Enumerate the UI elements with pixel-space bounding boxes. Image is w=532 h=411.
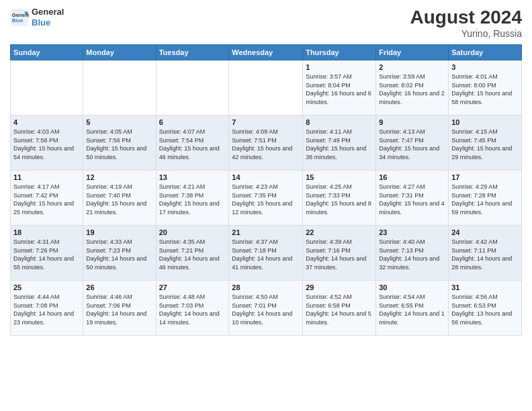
calendar-week-0: 1Sunrise: 3:57 AM Sunset: 8:04 PM Daylig… <box>11 60 522 116</box>
day-number: 30 <box>379 283 445 291</box>
calendar-header: Sunday Monday Tuesday Wednesday Thursday… <box>11 45 522 60</box>
calendar-cell-w4d2: 27Sunrise: 4:48 AM Sunset: 7:03 PM Dayli… <box>156 281 229 336</box>
day-number: 15 <box>306 173 373 181</box>
day-number: 28 <box>232 283 300 291</box>
day-number: 5 <box>86 118 152 126</box>
logo-line1: General <box>32 7 64 17</box>
day-number: 18 <box>13 228 80 236</box>
logo-line2: Blue <box>32 17 64 28</box>
day-info: Sunrise: 4:50 AM Sunset: 7:01 PM Dayligh… <box>232 293 300 326</box>
day-number: 12 <box>86 173 152 181</box>
day-info: Sunrise: 4:46 AM Sunset: 7:06 PM Dayligh… <box>86 293 152 326</box>
calendar-cell-w1d6: 10Sunrise: 4:15 AM Sunset: 7:45 PM Dayli… <box>449 116 522 171</box>
calendar-cell-w2d4: 15Sunrise: 4:25 AM Sunset: 7:33 PM Dayli… <box>303 171 376 226</box>
day-info: Sunrise: 4:39 AM Sunset: 7:16 PM Dayligh… <box>306 238 373 271</box>
day-info: Sunrise: 4:15 AM Sunset: 7:45 PM Dayligh… <box>451 128 519 161</box>
calendar-cell-w0d5: 2Sunrise: 3:59 AM Sunset: 8:02 PM Daylig… <box>376 60 449 116</box>
calendar-week-3: 18Sunrise: 4:31 AM Sunset: 7:26 PM Dayli… <box>11 226 522 281</box>
col-sunday: Sunday <box>11 45 83 60</box>
calendar-cell-w4d3: 28Sunrise: 4:50 AM Sunset: 7:01 PM Dayli… <box>229 281 303 336</box>
calendar-cell-w3d4: 22Sunrise: 4:39 AM Sunset: 7:16 PM Dayli… <box>303 226 376 281</box>
day-info: Sunrise: 4:48 AM Sunset: 7:03 PM Dayligh… <box>159 293 226 326</box>
calendar-cell-w0d4: 1Sunrise: 3:57 AM Sunset: 8:04 PM Daylig… <box>303 60 376 116</box>
day-number: 26 <box>86 283 152 291</box>
calendar-cell-w0d2 <box>156 60 229 116</box>
day-info: Sunrise: 4:25 AM Sunset: 7:33 PM Dayligh… <box>306 183 373 216</box>
calendar-cell-w0d6: 3Sunrise: 4:01 AM Sunset: 8:00 PM Daylig… <box>449 60 522 116</box>
day-info: Sunrise: 4:21 AM Sunset: 7:38 PM Dayligh… <box>159 183 226 216</box>
day-info: Sunrise: 4:27 AM Sunset: 7:31 PM Dayligh… <box>379 183 445 216</box>
day-info: Sunrise: 3:57 AM Sunset: 8:04 PM Dayligh… <box>306 73 373 106</box>
calendar-cell-w2d3: 14Sunrise: 4:23 AM Sunset: 7:35 PM Dayli… <box>229 171 303 226</box>
calendar-cell-w0d3 <box>229 60 303 116</box>
calendar-table: Sunday Monday Tuesday Wednesday Thursday… <box>10 44 522 336</box>
day-number: 11 <box>13 173 80 181</box>
col-friday: Friday <box>376 45 449 60</box>
calendar-cell-w3d2: 20Sunrise: 4:35 AM Sunset: 7:21 PM Dayli… <box>156 226 229 281</box>
day-info: Sunrise: 4:13 AM Sunset: 7:47 PM Dayligh… <box>379 128 445 161</box>
day-info: Sunrise: 3:59 AM Sunset: 8:02 PM Dayligh… <box>379 73 445 106</box>
day-number: 1 <box>306 63 373 71</box>
day-number: 7 <box>232 118 300 126</box>
day-number: 14 <box>232 173 300 181</box>
day-number: 2 <box>379 63 445 71</box>
day-info: Sunrise: 4:01 AM Sunset: 8:00 PM Dayligh… <box>451 73 519 106</box>
calendar-week-2: 11Sunrise: 4:17 AM Sunset: 7:42 PM Dayli… <box>11 171 522 226</box>
calendar-cell-w1d0: 4Sunrise: 4:03 AM Sunset: 7:58 PM Daylig… <box>11 116 83 171</box>
month-year: August 2024 <box>410 7 523 28</box>
col-tuesday: Tuesday <box>156 45 229 60</box>
day-number: 24 <box>451 228 519 236</box>
day-info: Sunrise: 4:07 AM Sunset: 7:54 PM Dayligh… <box>159 128 226 161</box>
calendar-week-4: 25Sunrise: 4:44 AM Sunset: 7:08 PM Dayli… <box>11 281 522 336</box>
day-number: 20 <box>159 228 226 236</box>
day-info: Sunrise: 4:23 AM Sunset: 7:35 PM Dayligh… <box>232 183 300 216</box>
calendar-cell-w0d1 <box>83 60 156 116</box>
calendar-cell-w3d5: 23Sunrise: 4:40 AM Sunset: 7:13 PM Dayli… <box>376 226 449 281</box>
title-block: August 2024 Yurino, Russia <box>410 7 523 39</box>
col-monday: Monday <box>83 45 156 60</box>
day-info: Sunrise: 4:42 AM Sunset: 7:11 PM Dayligh… <box>451 238 519 271</box>
day-number: 13 <box>159 173 226 181</box>
day-info: Sunrise: 4:05 AM Sunset: 7:56 PM Dayligh… <box>86 128 152 161</box>
day-info: Sunrise: 4:09 AM Sunset: 7:51 PM Dayligh… <box>232 128 300 161</box>
calendar-body: 1Sunrise: 3:57 AM Sunset: 8:04 PM Daylig… <box>11 60 522 336</box>
day-info: Sunrise: 4:29 AM Sunset: 7:28 PM Dayligh… <box>451 183 519 216</box>
day-number: 31 <box>451 283 519 291</box>
calendar-cell-w3d3: 21Sunrise: 4:37 AM Sunset: 7:18 PM Dayli… <box>229 226 303 281</box>
location: Yurino, Russia <box>410 28 523 39</box>
calendar-cell-w4d5: 30Sunrise: 4:54 AM Sunset: 6:55 PM Dayli… <box>376 281 449 336</box>
day-number: 19 <box>86 228 152 236</box>
col-saturday: Saturday <box>449 45 522 60</box>
day-info: Sunrise: 4:35 AM Sunset: 7:21 PM Dayligh… <box>159 238 226 271</box>
day-info: Sunrise: 4:52 AM Sunset: 6:58 PM Dayligh… <box>306 293 373 326</box>
day-number: 10 <box>451 118 519 126</box>
calendar-cell-w2d6: 17Sunrise: 4:29 AM Sunset: 7:28 PM Dayli… <box>449 171 522 226</box>
day-number: 16 <box>379 173 445 181</box>
day-info: Sunrise: 4:44 AM Sunset: 7:08 PM Dayligh… <box>13 293 80 326</box>
calendar-container: General Blue General Blue August 2024 Yu… <box>0 0 532 411</box>
logo: General Blue General Blue <box>10 7 64 28</box>
calendar-cell-w1d1: 5Sunrise: 4:05 AM Sunset: 7:56 PM Daylig… <box>83 116 156 171</box>
day-number: 27 <box>159 283 226 291</box>
day-info: Sunrise: 4:54 AM Sunset: 6:55 PM Dayligh… <box>379 293 445 326</box>
day-info: Sunrise: 4:31 AM Sunset: 7:26 PM Dayligh… <box>13 238 80 271</box>
calendar-cell-w3d6: 24Sunrise: 4:42 AM Sunset: 7:11 PM Dayli… <box>449 226 522 281</box>
calendar-cell-w4d4: 29Sunrise: 4:52 AM Sunset: 6:58 PM Dayli… <box>303 281 376 336</box>
calendar-cell-w0d0 <box>11 60 83 116</box>
day-info: Sunrise: 4:37 AM Sunset: 7:18 PM Dayligh… <box>232 238 300 271</box>
col-thursday: Thursday <box>303 45 376 60</box>
day-number: 8 <box>306 118 373 126</box>
calendar-week-1: 4Sunrise: 4:03 AM Sunset: 7:58 PM Daylig… <box>11 116 522 171</box>
calendar-cell-w3d0: 18Sunrise: 4:31 AM Sunset: 7:26 PM Dayli… <box>11 226 83 281</box>
day-number: 17 <box>451 173 519 181</box>
calendar-cell-w2d2: 13Sunrise: 4:21 AM Sunset: 7:38 PM Dayli… <box>156 171 229 226</box>
calendar-cell-w1d5: 9Sunrise: 4:13 AM Sunset: 7:47 PM Daylig… <box>376 116 449 171</box>
header-row: Sunday Monday Tuesday Wednesday Thursday… <box>11 45 522 60</box>
day-info: Sunrise: 4:40 AM Sunset: 7:13 PM Dayligh… <box>379 238 445 271</box>
day-info: Sunrise: 4:03 AM Sunset: 7:58 PM Dayligh… <box>13 128 80 161</box>
day-info: Sunrise: 4:19 AM Sunset: 7:40 PM Dayligh… <box>86 183 152 216</box>
calendar-cell-w2d5: 16Sunrise: 4:27 AM Sunset: 7:31 PM Dayli… <box>376 171 449 226</box>
col-wednesday: Wednesday <box>229 45 303 60</box>
calendar-cell-w4d0: 25Sunrise: 4:44 AM Sunset: 7:08 PM Dayli… <box>11 281 83 336</box>
calendar-cell-w2d1: 12Sunrise: 4:19 AM Sunset: 7:40 PM Dayli… <box>83 171 156 226</box>
